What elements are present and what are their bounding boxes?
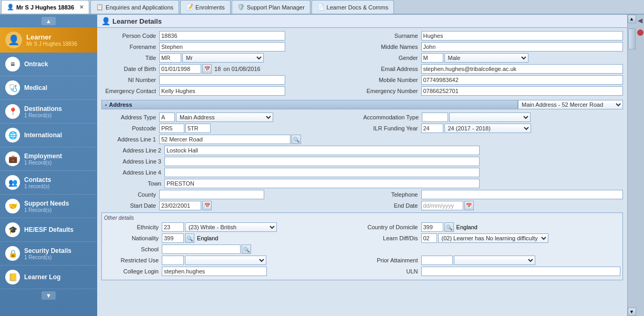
school-search-button[interactable]: 🔍 xyxy=(242,244,251,254)
addr-line3-field[interactable] xyxy=(164,157,480,166)
addr-search-button[interactable]: 🔍 xyxy=(292,135,301,144)
sidebar-header: 👤 Learner Mr S J Hughes 18836 xyxy=(0,27,97,53)
right-panel-button[interactable]: ◀ xyxy=(637,16,643,25)
sidebar-item-support-needs[interactable]: 🤝 Support Needs 1 Record(s) xyxy=(0,195,97,218)
start-date-calendar-button[interactable]: 📅 xyxy=(202,201,212,210)
support-tab-icon: 🛡️ xyxy=(237,4,245,11)
postcode2-field[interactable] xyxy=(185,124,211,133)
country-code-field[interactable] xyxy=(421,222,443,232)
dob-calendar-button[interactable]: 📅 xyxy=(202,64,212,74)
address-section-title: Address xyxy=(109,101,132,108)
sidebar-item-contacts[interactable]: 👥 Contacts 1 record(s) xyxy=(0,171,97,195)
ethnicity-code-field[interactable] xyxy=(162,222,184,232)
forename-field[interactable] xyxy=(159,42,285,52)
sidebar-item-label: Learner Log xyxy=(24,273,60,281)
title-code-field[interactable] xyxy=(159,53,181,63)
sidebar-item-international[interactable]: 🌐 International xyxy=(0,124,97,147)
tab-docs[interactable]: 📄 Learner Docs & Comms xyxy=(311,0,394,14)
dob-label: Date of Birth xyxy=(101,66,159,72)
accommodation-code-field[interactable] xyxy=(422,113,448,122)
emergency-contact-field[interactable] xyxy=(159,86,285,96)
sidebar-item-label: Employment xyxy=(24,152,62,160)
college-login-field[interactable] xyxy=(162,267,267,276)
country-search-button[interactable]: 🔍 xyxy=(444,222,454,232)
address-type-code-field[interactable] xyxy=(159,113,175,122)
right-indicator xyxy=(637,29,643,36)
scroll-track[interactable] xyxy=(628,23,636,308)
sidebar-scroll-down[interactable]: ▼ xyxy=(0,289,97,302)
telephone-field[interactable] xyxy=(421,190,624,199)
prior-code-field[interactable] xyxy=(421,256,453,265)
town-field[interactable] xyxy=(164,179,480,188)
ilr-select[interactable]: 24 (2017 - 2018) xyxy=(444,124,531,133)
addr-line1-label: Address Line 1 xyxy=(101,136,159,142)
person-code-field[interactable] xyxy=(159,31,285,40)
sidebar-item-employment[interactable]: 💼 Employment 1 Record(s) xyxy=(0,147,97,171)
emergency-number-field[interactable] xyxy=(421,86,624,96)
title-select[interactable]: Mr Mrs Miss Ms Dr xyxy=(182,53,264,63)
tab-learner[interactable]: 👤 Mr S J Hughes 18836 ✕ xyxy=(1,0,89,14)
scroll-thumb[interactable] xyxy=(628,28,636,49)
sidebar-item-medical[interactable]: 🩺 Medical xyxy=(0,76,97,100)
scroll-down-button[interactable]: ▼ xyxy=(628,308,636,316)
nationality-search-button[interactable]: 🔍 xyxy=(185,233,194,243)
learn-diff-select[interactable]: (02) Learner has No learning difficulty xyxy=(438,233,548,243)
scroll-up-button[interactable]: ▲ xyxy=(628,15,636,23)
postcode1-field[interactable] xyxy=(159,124,184,133)
tab-enquiries[interactable]: 📋 Enquiries and Applications xyxy=(90,0,179,14)
ilr-code-field[interactable] xyxy=(421,124,443,133)
county-field[interactable] xyxy=(159,190,264,199)
accommodation-select[interactable] xyxy=(449,113,531,122)
addr-line4-label: Address Line 4 xyxy=(101,169,164,176)
end-date-field[interactable] xyxy=(421,201,463,210)
sidebar-item-ontrack[interactable]: ≡ Ontrack xyxy=(0,53,97,76)
sidebar-item-label: Ontrack xyxy=(24,60,48,68)
sidebar-item-label: HE/ESF Defaults xyxy=(24,226,74,233)
address-section-icon: ▪ xyxy=(105,102,107,108)
sidebar-item-destinations[interactable]: 📍 Destinations 1 Record(s) xyxy=(0,100,97,124)
addr-line2-field[interactable] xyxy=(164,146,480,155)
gender-select[interactable]: Male Female xyxy=(444,53,528,63)
sidebar-item-security[interactable]: 🔒 Security Details 1 Record(s) xyxy=(0,242,97,266)
sidebar-item-label: Contacts xyxy=(24,176,51,184)
ni-field[interactable] xyxy=(159,75,285,85)
tab-support[interactable]: 🛡️ Support Plan Manager xyxy=(232,0,310,14)
learner-details-icon: 👤 xyxy=(101,17,110,25)
dob-field[interactable] xyxy=(159,64,201,74)
email-field[interactable] xyxy=(421,64,624,74)
surname-field[interactable] xyxy=(421,31,624,40)
middle-names-field[interactable] xyxy=(421,42,624,52)
sidebar-item-sublabel: 1 Record(s) xyxy=(24,254,71,260)
addr-line1-field[interactable] xyxy=(159,135,290,144)
ethnicity-select[interactable]: (23) White - British xyxy=(185,222,277,232)
other-details-section: Other details Ethnicity (23) White - Bri… xyxy=(101,212,623,280)
tab-enrolments[interactable]: 📝 Enrolments xyxy=(180,0,231,14)
addr-line4-field[interactable] xyxy=(164,168,480,177)
uln-field[interactable] xyxy=(421,267,621,276)
gender-code-field[interactable] xyxy=(421,53,443,63)
sidebar-item-label: Support Needs xyxy=(24,200,69,207)
mobile-field[interactable] xyxy=(421,75,624,85)
ethnicity-country-row: Ethnicity (23) White - British Country o… xyxy=(104,222,620,232)
middle-names-label: Middle Names xyxy=(363,44,421,50)
learner-tab-label: Mr S J Hughes 18836 xyxy=(16,4,74,11)
sidebar-item-he-esf[interactable]: 🎓 HE/ESF Defaults xyxy=(0,218,97,242)
town-label: Town xyxy=(101,180,164,187)
restricted-code-field[interactable] xyxy=(162,256,184,265)
prior-select[interactable] xyxy=(454,256,535,265)
address-dropdown-select[interactable]: Main Address - 52 Mercer Road xyxy=(518,100,623,109)
sidebar-item-learner-log[interactable]: 📒 Learner Log xyxy=(0,266,97,289)
start-date-field[interactable] xyxy=(159,201,201,210)
docs-tab-icon: 📄 xyxy=(317,4,325,11)
addr3-row: Address Line 3 xyxy=(101,157,623,166)
sidebar-scroll-up[interactable]: ▲ xyxy=(0,15,97,27)
end-date-calendar-button[interactable]: 📅 xyxy=(464,201,474,210)
learn-diff-code-field[interactable] xyxy=(421,233,437,243)
addr1-row: Address Line 1 🔍 xyxy=(101,135,623,144)
learner-tab-close[interactable]: ✕ xyxy=(79,4,84,10)
school-field[interactable] xyxy=(162,244,241,254)
tab-bar: 👤 Mr S J Hughes 18836 ✕ 📋 Enquiries and … xyxy=(0,0,644,15)
nationality-code-field[interactable] xyxy=(162,233,184,243)
restricted-select[interactable] xyxy=(185,256,266,265)
address-type-select[interactable]: Main Address xyxy=(176,113,273,122)
